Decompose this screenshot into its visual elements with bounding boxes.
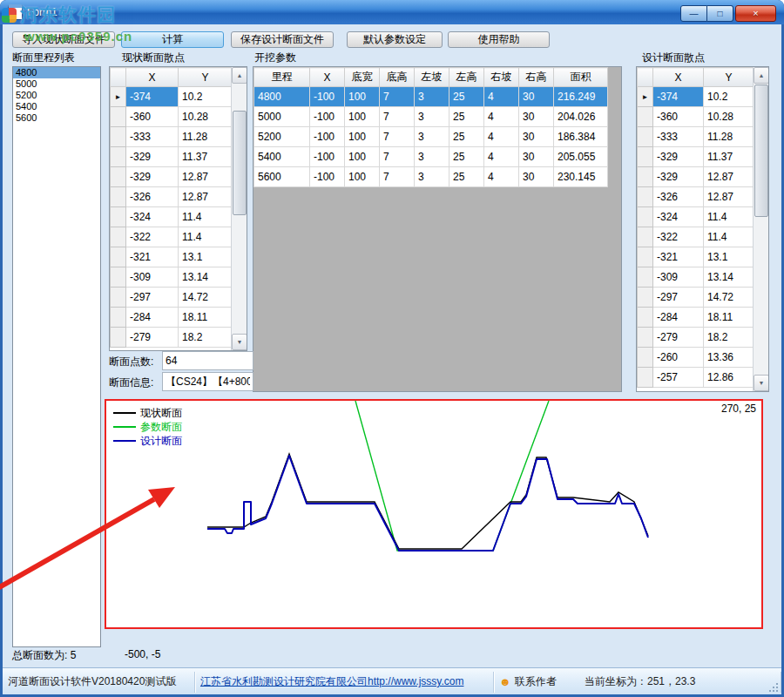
cell[interactable]: 204.026 (554, 107, 608, 127)
cell[interactable]: 12.87 (179, 187, 233, 207)
help-button[interactable]: 使用帮助 (448, 31, 550, 48)
column-header[interactable]: X (310, 68, 345, 87)
cell[interactable]: -100 (310, 87, 345, 107)
scroll-down-icon[interactable]: ▼ (232, 334, 247, 350)
table-row[interactable]: -28418.11 (111, 308, 233, 328)
row-header[interactable] (638, 127, 653, 147)
mileage-list-item[interactable]: 5200 (13, 90, 100, 101)
import-current-section-button[interactable]: 导入现状断面文件 (12, 31, 115, 48)
column-header[interactable]: 底宽 (345, 68, 380, 87)
table-row[interactable]: -26013.36 (638, 348, 754, 368)
row-header[interactable] (638, 167, 653, 187)
maximize-icon[interactable]: □ (707, 5, 733, 22)
column-header[interactable]: Y (179, 68, 233, 87)
cell[interactable]: 10.2 (179, 87, 233, 107)
current-points-scrollbar[interactable]: ▲ ▼ (231, 67, 247, 350)
contact-author-label[interactable]: 联系作者 (515, 674, 557, 689)
cell[interactable]: 100 (345, 167, 380, 187)
cell[interactable]: -329 (653, 167, 704, 187)
row-header[interactable] (638, 207, 653, 227)
scroll-up-icon[interactable]: ▲ (754, 67, 769, 84)
cell[interactable]: 12.87 (179, 167, 233, 187)
cell[interactable]: 100 (345, 147, 380, 167)
cell[interactable]: 30 (519, 147, 554, 167)
cell[interactable]: 14.72 (179, 288, 233, 308)
cell[interactable]: 4 (484, 167, 519, 187)
cell[interactable]: 3 (415, 87, 449, 107)
column-header[interactable]: 右高 (519, 68, 554, 87)
row-header[interactable] (111, 147, 126, 167)
cell[interactable]: 13.1 (704, 247, 754, 267)
cell[interactable]: 13.14 (704, 267, 754, 288)
cell[interactable]: 100 (345, 87, 380, 107)
row-header[interactable] (638, 147, 653, 167)
table-row[interactable]: -32911.37 (638, 147, 754, 167)
cell[interactable]: 10.28 (179, 107, 233, 127)
cell[interactable]: 5000 (254, 107, 310, 127)
cell[interactable]: -374 (653, 87, 704, 107)
table-row[interactable]: -32211.4 (638, 227, 754, 247)
cell[interactable]: -284 (653, 308, 704, 328)
cell[interactable]: 13.14 (179, 267, 233, 288)
cell[interactable]: 25 (449, 87, 484, 107)
cell[interactable]: 186.384 (554, 127, 608, 147)
cell[interactable]: -326 (653, 187, 704, 207)
row-header[interactable] (111, 127, 126, 147)
mileage-list-item[interactable]: 5000 (13, 78, 100, 90)
save-design-section-button[interactable]: 保存设计断面文件 (231, 31, 334, 48)
cell[interactable]: -322 (653, 227, 704, 247)
table-row[interactable]: -25712.86 (638, 368, 754, 388)
cell[interactable]: -374 (126, 87, 179, 107)
table-row[interactable]: -36010.28 (111, 107, 233, 127)
cell[interactable]: -100 (310, 107, 345, 127)
cell[interactable]: 14.72 (704, 288, 754, 308)
row-header[interactable] (638, 247, 653, 267)
row-header[interactable] (638, 308, 653, 328)
table-row[interactable]: -32912.87 (111, 167, 233, 187)
table-row[interactable]: -32912.87 (638, 167, 754, 187)
table-row[interactable]: 5600-1001007325430230.145 (254, 167, 608, 187)
scroll-thumb[interactable] (233, 111, 247, 215)
row-header[interactable] (111, 227, 126, 247)
cell[interactable]: 4 (484, 127, 519, 147)
cell[interactable]: 13.1 (179, 247, 233, 267)
table-row[interactable]: 4800-1001007325430216.249 (254, 87, 608, 107)
row-header[interactable] (638, 348, 653, 368)
cell[interactable]: 11.28 (704, 127, 754, 147)
cell[interactable]: 18.2 (704, 328, 754, 348)
mileage-listbox[interactable]: 48005000520054005600 (12, 66, 101, 647)
row-header[interactable] (638, 288, 653, 308)
cell[interactable]: -324 (126, 207, 179, 227)
cell[interactable]: 12.87 (704, 187, 754, 207)
row-header[interactable] (638, 368, 653, 388)
cell[interactable]: -360 (653, 107, 704, 127)
cell[interactable]: -326 (126, 187, 179, 207)
mileage-list-item[interactable]: 4800 (13, 67, 100, 78)
minimize-icon[interactable]: — (680, 5, 707, 22)
cell[interactable]: 13.36 (704, 348, 754, 368)
row-header[interactable] (111, 187, 126, 207)
table-row[interactable]: -32411.4 (111, 207, 233, 227)
row-header[interactable] (638, 328, 653, 348)
cell[interactable]: 11.37 (179, 147, 233, 167)
table-row[interactable]: -27918.2 (638, 328, 754, 348)
table-row[interactable]: ►-37410.2 (638, 87, 754, 107)
cell[interactable]: -333 (653, 127, 704, 147)
mileage-list-item[interactable]: 5600 (13, 112, 100, 124)
cell[interactable]: 11.4 (704, 207, 754, 227)
cell[interactable]: 205.055 (554, 147, 608, 167)
row-header[interactable] (111, 167, 126, 187)
column-header[interactable]: X (653, 68, 704, 87)
cell[interactable]: 30 (519, 167, 554, 187)
column-header[interactable]: X (126, 68, 179, 87)
table-row[interactable]: -29714.72 (638, 288, 754, 308)
table-row[interactable]: -33311.28 (638, 127, 754, 147)
cell[interactable]: 100 (345, 127, 380, 147)
cell[interactable]: -322 (126, 227, 179, 247)
cell[interactable]: 11.28 (179, 127, 233, 147)
cell[interactable]: -257 (653, 368, 704, 388)
cell[interactable]: 7 (380, 87, 415, 107)
cell[interactable]: 12.87 (704, 167, 754, 187)
cell[interactable]: -100 (310, 167, 345, 187)
cell[interactable]: 7 (380, 127, 415, 147)
